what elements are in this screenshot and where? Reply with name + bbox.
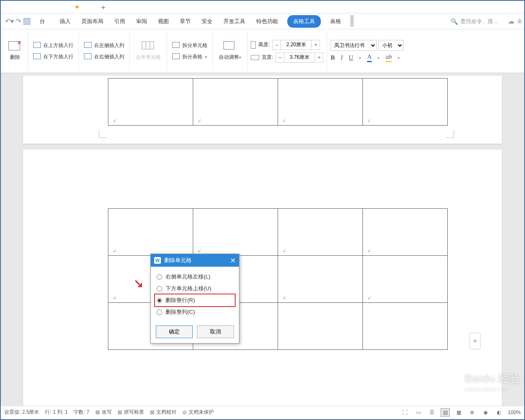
split-table-button[interactable]: 拆分表格▾: [171, 52, 209, 61]
tab-references[interactable]: 引用: [113, 15, 127, 28]
merge-cells-button: 合并单元格: [133, 39, 163, 63]
insert-row-below-button[interactable]: 在下方插入行: [32, 52, 75, 61]
close-button[interactable]: ✕: [230, 257, 236, 265]
radio-shift-left[interactable]: 右侧单元格左移(L): [156, 271, 234, 283]
table-cell[interactable]: ↲: [278, 209, 363, 256]
title-bar: ＋: [1, 1, 524, 13]
tab-devtools[interactable]: 开发工具: [222, 15, 247, 28]
height-increase[interactable]: +: [311, 40, 320, 50]
radio-delete-column[interactable]: 删除整列(C): [156, 306, 234, 318]
menu-bar: ↶▾ ↷ 台 插入 页面布局 引用 审阅 视图 章节 安全 开发工具 特色功能 …: [1, 13, 524, 29]
radio-delete-row[interactable]: 删除整行(R): [154, 294, 236, 307]
bold-button[interactable]: B: [331, 54, 335, 61]
insert-col-left-button[interactable]: 在左侧插入列: [82, 41, 126, 50]
width-increase[interactable]: +: [315, 53, 323, 62]
table-cell[interactable]: [278, 303, 363, 350]
highlight-button[interactable]: ab: [386, 53, 392, 62]
table-cell[interactable]: ↲: [193, 79, 278, 126]
dialog-titlebar[interactable]: W 删除单元格 ✕: [151, 254, 239, 267]
status-revise[interactable]: ⊠改写: [95, 409, 112, 416]
tab-review[interactable]: 审阅: [134, 15, 149, 28]
table-cell[interactable]: ↲: [363, 79, 448, 126]
add-column-handle[interactable]: +: [470, 333, 480, 349]
tab-overflow[interactable]: [350, 15, 354, 27]
width-input[interactable]: [284, 55, 315, 60]
status-position[interactable]: 设置值: 2.5厘米: [4, 409, 39, 416]
print-view-button[interactable]: ☰: [427, 408, 436, 417]
width-decrease[interactable]: –: [276, 53, 284, 62]
underline-button[interactable]: U: [349, 54, 353, 61]
ribbon-group-insert-rows: 在上方插入行 在下方插入行: [28, 32, 79, 70]
table-cell[interactable]: [363, 303, 448, 350]
radio-icon: [157, 310, 162, 315]
radio-icon: [157, 286, 162, 291]
status-protection[interactable]: ⊘文档未保护: [182, 409, 214, 416]
font-family-select[interactable]: 禹卫书法行书: [331, 40, 377, 51]
ribbon-group-merge: 合并单元格: [130, 32, 167, 70]
night-mode-button[interactable]: ◐: [494, 408, 504, 417]
tab-table-tools[interactable]: 表格工具: [287, 15, 321, 28]
redo-button[interactable]: ↷: [16, 17, 21, 25]
tab-insert[interactable]: 插入: [58, 15, 72, 28]
search-icon: 🔍: [451, 18, 458, 25]
insert-col-right-button[interactable]: 在右侧插入列: [82, 52, 126, 61]
table-cell[interactable]: ↲: [278, 256, 363, 303]
tab-security[interactable]: 安全: [200, 15, 214, 28]
ribbon-group-insert-cols: 在左侧插入列 在右侧插入列: [79, 32, 130, 70]
table-row[interactable]: ↲ ↲ ↲ ↲: [108, 79, 448, 126]
document-table-1[interactable]: ↲ ↲ ↲ ↲: [108, 78, 448, 126]
font-color-button[interactable]: A: [367, 53, 372, 62]
table-cell[interactable]: ↲: [193, 209, 278, 256]
height-input[interactable]: [281, 42, 311, 48]
table-cell[interactable]: ↲: [108, 79, 193, 126]
cloud-sync-icon[interactable]: ☁: [508, 17, 514, 25]
page-view-button[interactable]: ▤: [441, 408, 450, 417]
tab-view[interactable]: 视图: [156, 15, 171, 28]
quick-access-icon[interactable]: [24, 18, 30, 25]
tab-chapters[interactable]: 章节: [178, 15, 192, 28]
delete-button[interactable]: 删除: [6, 39, 24, 63]
search-area[interactable]: 🔍 查找命令、搜... ☁ 未: [451, 17, 522, 25]
italic-button[interactable]: I: [341, 54, 343, 61]
radio-shift-up[interactable]: 下方单元格上移(U): [156, 283, 234, 294]
web-view-button[interactable]: ⊕: [467, 408, 477, 417]
table-cell[interactable]: ↲: [363, 209, 448, 256]
fullscreen-button[interactable]: ⛶: [400, 408, 410, 417]
ribbon-toolbar: 删除 在上方插入行 在下方插入行 在左侧插入列 在右侧插入列 合并单元格 拆: [1, 29, 524, 73]
width-spinner[interactable]: – +: [276, 52, 323, 63]
undo-button[interactable]: ↶▾: [5, 17, 14, 25]
tab-table-style[interactable]: 表格: [328, 15, 343, 28]
status-proofread[interactable]: ⊠文档校对: [150, 409, 176, 416]
status-right-group: ⛶ ▭ ☰ ▤ ▦ ⊕ ◉ ◐ 100%: [400, 408, 521, 417]
table-cell[interactable]: ↲: [363, 256, 448, 303]
wps-icon: W: [154, 257, 161, 264]
tab-start[interactable]: 台: [38, 15, 50, 28]
format-buttons: B I U▾ A▾ ab▾: [331, 53, 404, 62]
cancel-button[interactable]: 取消: [197, 326, 234, 338]
table-cell[interactable]: ↲: [278, 79, 363, 126]
autofit-button[interactable]: 自动调整▾: [216, 39, 244, 63]
document-area[interactable]: ↲ ↲ ↲ ↲ ↲ ↲ ↲ ↲ ↲ ↲ ↲ ↲: [1, 73, 524, 406]
read-view-button[interactable]: ▭: [414, 408, 423, 417]
split-cells-button[interactable]: 拆分单元格: [171, 41, 209, 50]
delete-label: 删除: [10, 54, 20, 61]
ok-button[interactable]: 确定: [156, 326, 193, 338]
ribbon-group-split: 拆分单元格 拆分表格▾: [167, 32, 213, 70]
status-row-col[interactable]: 行: 1 列: 1: [45, 409, 68, 416]
status-word-count[interactable]: 字数: 7: [74, 409, 89, 416]
eye-protect-button[interactable]: ◉: [481, 408, 490, 417]
col-width-control: 宽度: – +: [251, 52, 323, 63]
zoom-level[interactable]: 100%: [508, 410, 521, 415]
font-size-select[interactable]: 小初: [378, 40, 404, 51]
status-spellcheck[interactable]: ⊠拼写检查: [118, 409, 144, 416]
new-tab-button[interactable]: ＋: [100, 2, 107, 12]
tab-special[interactable]: 特色功能: [255, 15, 280, 28]
insert-row-above-button[interactable]: 在上方插入行: [32, 41, 75, 50]
height-decrease[interactable]: –: [273, 40, 281, 50]
tab-page-layout[interactable]: 页面布局: [80, 15, 105, 28]
table-row[interactable]: ↲ ↲ ↲ ↲: [108, 209, 448, 256]
outline-view-button[interactable]: ▦: [454, 408, 463, 417]
table-cell[interactable]: ↲: [108, 209, 193, 256]
status-bar: 设置值: 2.5厘米 行: 1 列: 1 字数: 7 ⊠改写 ⊠拼写检查 ⊠文档…: [2, 406, 523, 418]
height-spinner[interactable]: – +: [272, 40, 320, 50]
